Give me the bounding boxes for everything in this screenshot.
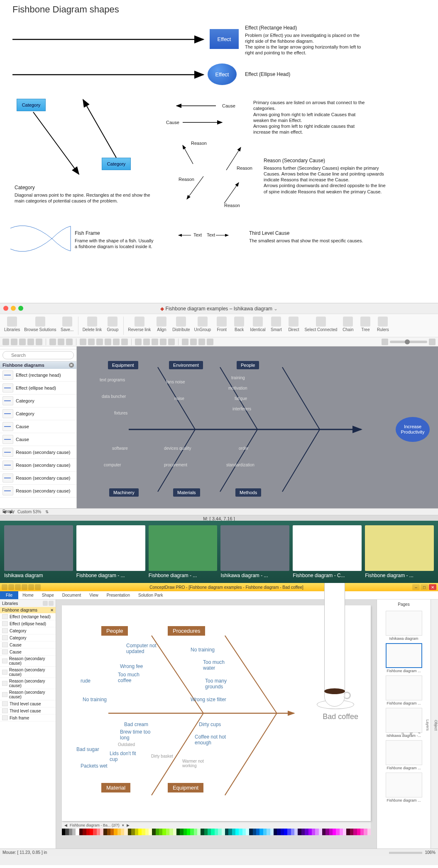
- dropdown-icon[interactable]: ▾: [122, 823, 124, 827]
- page[interactable]: People Procedures Material Equipment Bad…: [62, 605, 371, 821]
- page-tabstrip[interactable]: ◀ Fishbone diagram - Ba... (2/7) ▾ ▶: [62, 821, 371, 829]
- tab-shape[interactable]: Shape: [38, 591, 58, 599]
- color-swatch[interactable]: [325, 829, 329, 835]
- color-swatch[interactable]: [180, 829, 183, 835]
- tab-view[interactable]: View: [85, 591, 103, 599]
- library-header[interactable]: Fishbone diagrams ✕: [0, 361, 76, 369]
- stepper-icon[interactable]: ⇅: [45, 510, 49, 514]
- tool-icon[interactable]: [207, 339, 213, 345]
- category-node[interactable]: Procedures: [168, 626, 205, 636]
- ribbon-delete-link[interactable]: Delete link: [81, 316, 104, 333]
- category-node[interactable]: People: [237, 361, 259, 369]
- color-swatch[interactable]: [242, 829, 246, 835]
- zoom-level[interactable]: Custom 53%: [17, 510, 41, 514]
- ribbon-distribute[interactable]: Distribute: [171, 316, 191, 333]
- color-swatch[interactable]: [259, 829, 263, 835]
- tab-document[interactable]: Document: [58, 591, 86, 599]
- library-item[interactable]: Category: [0, 627, 56, 634]
- color-swatch[interactable]: [263, 829, 267, 835]
- category-node[interactable]: Materials: [173, 488, 200, 497]
- side-tab-layers[interactable]: Layers: [426, 719, 430, 731]
- ribbon-smart[interactable]: Smart: [268, 316, 284, 333]
- category-node[interactable]: People: [101, 626, 128, 636]
- page-thumb[interactable]: [386, 611, 422, 636]
- color-swatch[interactable]: [357, 829, 360, 835]
- minimize-icon[interactable]: [11, 306, 16, 311]
- tool-icon[interactable]: [19, 339, 26, 345]
- color-swatch[interactable]: [114, 829, 117, 835]
- library-item[interactable]: Reason (secondary cause): [0, 656, 56, 667]
- search-input[interactable]: [2, 351, 74, 359]
- ribbon-libraries[interactable]: Libraries: [2, 316, 22, 333]
- page-thumb[interactable]: [386, 708, 422, 733]
- page-thumb[interactable]: [386, 740, 422, 765]
- page-thumb[interactable]: [386, 643, 422, 668]
- color-swatch[interactable]: [62, 829, 65, 835]
- color-swatch[interactable]: [291, 829, 294, 835]
- maximize-icon[interactable]: □: [421, 584, 428, 590]
- template-thumb[interactable]: Fishbone diagram - ...: [149, 525, 218, 578]
- color-swatch[interactable]: [215, 829, 218, 835]
- library-item[interactable]: Reason (secondary cause): [0, 459, 76, 472]
- library-item[interactable]: Reason (secondary cause): [0, 485, 76, 497]
- color-swatch[interactable]: [329, 829, 333, 835]
- library-item[interactable]: Third level cause: [0, 707, 56, 714]
- tool-icon[interactable]: [198, 339, 205, 345]
- color-swatch[interactable]: [69, 829, 72, 835]
- color-swatch[interactable]: [270, 829, 274, 835]
- library-item[interactable]: Cause: [0, 433, 76, 446]
- category-node[interactable]: Methods: [235, 488, 261, 497]
- right-side-tabs[interactable]: ObjectLayersBehaviourShape StyleInformat…: [431, 600, 438, 848]
- close-icon[interactable]: ✕: [50, 608, 54, 612]
- ribbon-chain[interactable]: Chain: [340, 316, 356, 333]
- color-swatch[interactable]: [367, 829, 371, 835]
- ribbon-rulers[interactable]: Rulers: [374, 316, 391, 333]
- color-swatch[interactable]: [267, 829, 270, 835]
- side-tab-object[interactable]: Object: [434, 720, 438, 731]
- tool-icon[interactable]: [2, 339, 9, 345]
- color-swatch[interactable]: [173, 829, 176, 835]
- color-swatch[interactable]: [121, 829, 124, 835]
- nav-icon[interactable]: ◀: [64, 823, 67, 827]
- color-swatch[interactable]: [197, 829, 201, 835]
- category-node[interactable]: Equipment: [168, 783, 203, 792]
- color-swatch[interactable]: [128, 829, 131, 835]
- color-swatch[interactable]: [228, 829, 232, 835]
- color-swatch[interactable]: [131, 829, 135, 835]
- ribbon-group[interactable]: Group: [104, 316, 121, 333]
- color-swatch[interactable]: [256, 829, 259, 835]
- library-item[interactable]: Fish frame: [0, 714, 56, 722]
- color-swatch[interactable]: [162, 829, 166, 835]
- color-swatch[interactable]: [138, 829, 142, 835]
- color-swatch[interactable]: [211, 829, 214, 835]
- color-swatch[interactable]: [107, 829, 110, 835]
- ribbon-align[interactable]: Align: [153, 316, 170, 333]
- color-swatch[interactable]: [343, 829, 346, 835]
- color-swatch[interactable]: [287, 829, 291, 835]
- color-swatch[interactable]: [124, 829, 127, 835]
- library-item[interactable]: Category: [0, 395, 76, 407]
- color-swatch[interactable]: [159, 829, 162, 835]
- color-swatch[interactable]: [322, 829, 325, 835]
- library-item[interactable]: Effect (ellipse head): [0, 620, 56, 627]
- template-thumb[interactable]: Ishikawa diagram: [4, 525, 73, 578]
- category-node[interactable]: Environment: [169, 361, 203, 369]
- tool-icon[interactable]: [105, 339, 111, 345]
- category-node[interactable]: Equipment: [108, 361, 138, 369]
- template-thumb[interactable]: Fishbone diagram - C...: [293, 525, 362, 578]
- traffic-lights[interactable]: [3, 306, 23, 311]
- color-swatch[interactable]: [246, 829, 249, 835]
- zoom-slider[interactable]: [390, 341, 427, 343]
- tool-icon[interactable]: [66, 339, 73, 345]
- library-item[interactable]: Reason (secondary cause): [0, 678, 56, 689]
- template-thumb[interactable]: Fishbone diagram - ...: [365, 525, 434, 578]
- tool-icon[interactable]: [152, 339, 158, 345]
- color-swatch[interactable]: [360, 829, 364, 835]
- close-icon[interactable]: ✕: [69, 363, 74, 368]
- category-node[interactable]: Material: [101, 783, 130, 792]
- color-swatch[interactable]: [239, 829, 242, 835]
- color-swatch[interactable]: [79, 829, 83, 835]
- ribbon-tree[interactable]: Tree: [357, 316, 374, 333]
- color-swatch[interactable]: [65, 829, 69, 835]
- template-thumb[interactable]: Ishikawa diagram - ...: [220, 525, 289, 578]
